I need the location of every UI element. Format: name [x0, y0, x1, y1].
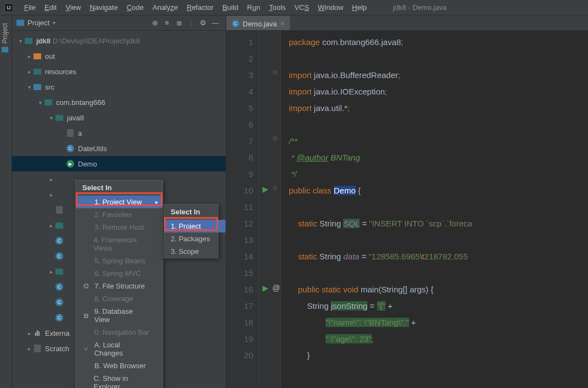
ctx-packages[interactable]: 2. Packages	[164, 232, 226, 245]
window-title: jdk8 - Demo.java	[393, 3, 447, 12]
libraries-icon	[35, 330, 40, 336]
chevron-down-icon[interactable]: ▾	[53, 20, 55, 26]
tree-file-a[interactable]: a	[12, 125, 226, 141]
tree-demo[interactable]: ▶Demo	[12, 156, 226, 171]
gutter-icons: ▶ ▶ @ ⊟ ⊟ ⊟ ⊟	[259, 31, 281, 388]
menu-build[interactable]: Build	[218, 3, 243, 12]
fold-icon[interactable]: ⊟	[273, 135, 277, 141]
menu-refactor[interactable]: Refactor	[182, 3, 218, 12]
branch-icon: ⑂	[82, 345, 90, 353]
project-panel: Project ▾ ⊕ ≡ ≣ | ⚙ — jdk8 D:\Devlop\IDE…	[12, 15, 226, 388]
divider: |	[185, 19, 197, 27]
menu-tools[interactable]: Tools	[265, 3, 290, 12]
menu-vcs[interactable]: VCS	[290, 3, 313, 12]
ctx-project-view[interactable]: 1. Project View▸	[76, 196, 163, 208]
file-icon	[67, 129, 74, 137]
menu-file[interactable]: File	[20, 3, 40, 12]
run-icon[interactable]: ▶	[262, 185, 268, 193]
ctx-favorites[interactable]: 2. Favorites	[76, 208, 163, 221]
package-icon	[55, 115, 63, 121]
tab-label: Demo.java	[243, 20, 277, 28]
code-content[interactable]: package com.bntang666.java8; import java…	[281, 31, 588, 388]
collapse-icon[interactable]: ≣	[173, 19, 185, 27]
file-icon	[56, 206, 63, 214]
module-icon	[25, 38, 32, 44]
folder-icon	[83, 199, 89, 205]
tree-out[interactable]: out	[12, 48, 226, 64]
tool-window-bar: Project	[0, 15, 12, 388]
menu-analyze[interactable]: Analyze	[148, 3, 182, 12]
expand-icon[interactable]: ≡	[161, 19, 173, 27]
locate-icon[interactable]: ⊕	[149, 19, 161, 27]
panel-title[interactable]: Project	[27, 19, 49, 27]
class-icon: C	[55, 283, 63, 291]
project-tool-tab[interactable]: Project	[0, 20, 10, 56]
folder-icon	[33, 84, 41, 90]
app-icon: IJ	[4, 3, 13, 12]
menu-navigate[interactable]: Navigate	[85, 3, 122, 12]
ctx-database[interactable]: ⊟9. Database View	[76, 305, 163, 326]
ctx-project[interactable]: 1. Project	[164, 220, 226, 232]
select-in-submenu[interactable]: Select In 1. Project 2. Packages 3. Scop…	[164, 204, 219, 258]
root-path: D:\Devlop\IDEAProject\jdk8	[53, 37, 140, 45]
tree-dateutils[interactable]: CDateUtils	[12, 141, 226, 156]
folder-icon	[33, 69, 41, 75]
ctx-framework[interactable]: 4. Framework Views	[76, 234, 163, 254]
ctx-spring-mvc[interactable]: 6. Spring MVC	[76, 267, 163, 280]
ctx-scope[interactable]: 3. Scope▸	[164, 245, 226, 258]
folder-icon	[2, 47, 8, 52]
editor: C Demo.java × 12345678910111213141516171…	[226, 15, 588, 388]
submenu-title: Select In	[164, 204, 218, 220]
select-in-menu[interactable]: Select In 1. Project View▸ 2. Favorites …	[75, 180, 163, 388]
close-icon[interactable]: ×	[280, 19, 284, 28]
panel-header: Project ▾ ⊕ ≡ ≣ | ⚙ —	[12, 15, 226, 31]
line-numbers: 1234567891011121314151617181920	[226, 31, 259, 388]
menu-title: Select In	[76, 180, 163, 196]
tree-pkg2[interactable]: java8	[12, 110, 226, 125]
class-icon: C	[55, 298, 63, 306]
tab-demo[interactable]: C Demo.java ×	[226, 16, 290, 30]
code-area[interactable]: 1234567891011121314151617181920 ▶ ▶ @ ⊟ …	[226, 31, 588, 388]
tree-root[interactable]: jdk8 D:\Devlop\IDEAProject\jdk8	[12, 33, 226, 48]
fold-icon[interactable]: ⊟	[273, 284, 277, 290]
class-icon: C	[55, 252, 63, 260]
fold-icon[interactable]: ⊟	[273, 185, 277, 191]
ctx-remote[interactable]: 3. Remote Host	[76, 221, 163, 234]
project-tab-label: Project	[1, 23, 9, 43]
ctx-coverage[interactable]: 8. Coverage	[76, 292, 163, 305]
menu-run[interactable]: Run	[243, 3, 265, 12]
ctx-spring-beans[interactable]: 5. Spring Beans	[76, 254, 163, 267]
database-icon: ⊟	[82, 312, 90, 319]
class-icon: C	[55, 237, 63, 245]
ctx-file-structure[interactable]: ⌬7. File Structure	[76, 280, 163, 292]
menu-view[interactable]: View	[61, 3, 85, 12]
folder-icon	[33, 53, 41, 59]
gear-icon[interactable]: ⚙	[197, 19, 209, 27]
project-tree[interactable]: jdk8 D:\Devlop\IDEAProject\jdk8 out reso…	[12, 31, 226, 388]
editor-tabs: C Demo.java ×	[226, 15, 588, 31]
ctx-changes[interactable]: ⑂A. Local Changes	[76, 339, 163, 359]
package-icon	[55, 223, 63, 229]
tree-resources[interactable]: resources	[12, 64, 226, 79]
menu-edit[interactable]: Edit	[40, 3, 61, 12]
menu-help[interactable]: Help	[348, 3, 371, 12]
tree-pkg[interactable]: com.bntang666	[12, 95, 226, 110]
chevron-right-icon: ▸	[155, 199, 158, 205]
run-icon[interactable]: ▶	[262, 284, 268, 292]
ctx-explorer[interactable]: C. Show in Explorer	[76, 372, 163, 388]
ctx-navbar[interactable]: 0. Navigation Bar	[76, 326, 163, 339]
package-icon	[55, 269, 63, 275]
hide-icon[interactable]: —	[209, 19, 221, 27]
menubar: IJ File Edit View Navigate Code Analyze …	[0, 0, 588, 15]
folder-icon	[16, 20, 24, 26]
class-icon: C	[232, 20, 239, 27]
package-icon	[44, 99, 52, 106]
class-icon: C	[55, 314, 63, 322]
menu-window[interactable]: Window	[313, 3, 348, 12]
ctx-browser[interactable]: B. Web Browser	[76, 359, 163, 372]
root-name: jdk8	[36, 37, 51, 45]
menu-code[interactable]: Code	[122, 3, 148, 12]
fold-icon[interactable]: ⊟	[273, 69, 277, 75]
tree-src[interactable]: src	[12, 79, 226, 95]
class-icon: C	[66, 145, 74, 152]
